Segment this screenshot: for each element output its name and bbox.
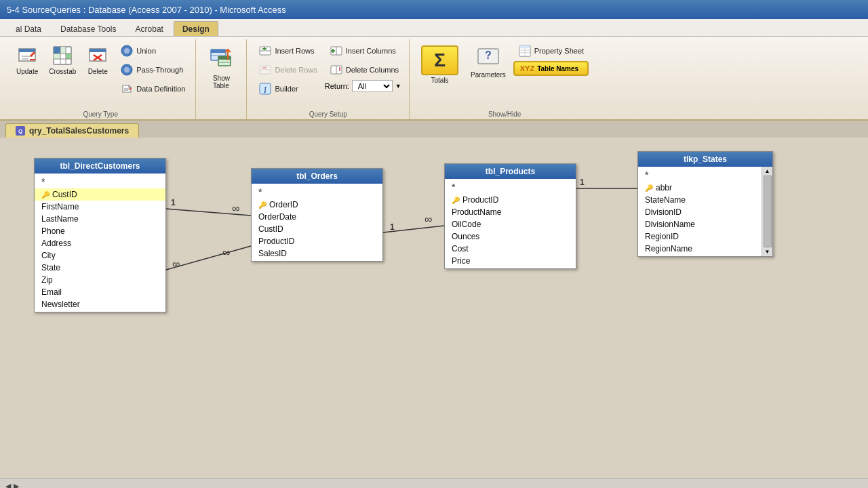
table-row[interactable]: RegionID [638,230,762,243]
return-select[interactable]: All 5 25 100 [352,80,393,92]
delete-columns-button[interactable]: Delete Columns [325,61,403,79]
passthrough-button[interactable]: Pass-Through [115,61,190,79]
svg-point-21 [124,67,130,73]
query-setup-buttons: Insert Rows Delete Rows [254,42,403,119]
pk-icon: 🔑 [258,201,267,209]
table-row[interactable]: 🔑 OrderID [252,199,382,211]
pk-icon: 🔑 [41,191,50,199]
table-row[interactable]: Email [35,286,165,298]
query-setup-right-stack: Insert Columns Delete Columns Return: [325,42,403,103]
totals-button[interactable]: Σ Totals [416,42,463,87]
insert-rows-button[interactable]: Insert Rows [254,42,321,60]
table-row[interactable]: RegionName [638,243,762,255]
parameters-icon: ? [476,45,500,70]
query-type-buttons: Update Crosstab [12,42,190,119]
update-label: Update [16,68,38,75]
datadefinition-button[interactable]: Data Definition [115,80,190,98]
table-row[interactable]: FirstName [35,201,165,213]
table-row[interactable]: * [638,168,762,182]
table-row[interactable]: DivisionName [638,218,762,230]
union-button[interactable]: Union [115,42,190,60]
property-sheet-button[interactable]: Property Sheet [513,42,589,60]
table-row[interactable]: Newsletter [35,298,165,310]
query-type-group-label: Query Type [5,110,195,118]
show-hide-group-label: Show/Hide [410,110,599,118]
ribbon: Update Crosstab [0,37,868,121]
table-row[interactable]: StateName [638,194,762,206]
builder-button[interactable]: ∫ Builder [254,80,321,98]
table-row[interactable]: State [35,262,165,274]
svg-text:∞: ∞ [172,258,180,270]
table-row[interactable]: Price [445,255,576,267]
table-row[interactable]: Phone [35,225,165,237]
svg-text:∞: ∞ [222,247,230,258]
crosstab-button[interactable]: Crosstab [45,42,80,78]
table-row[interactable]: City [35,249,165,262]
menu-tab-database-tools[interactable]: Database Tools [52,21,125,36]
table-row[interactable]: ProductID [252,235,382,247]
delete-rows-button[interactable]: Delete Rows [254,61,321,79]
svg-text:1: 1 [171,198,176,207]
table-names-label: Table Names [537,65,578,73]
insert-columns-button[interactable]: Insert Columns [325,42,403,60]
pk-icon: 🔑 [452,197,460,204]
field-name: OrderID [269,200,298,209]
datadefinition-icon [120,82,134,96]
table-row[interactable]: Ounces [445,230,576,243]
table-row[interactable]: CustID [252,223,382,235]
builder-icon: ∫ [258,82,272,96]
nav-next-icon[interactable]: ▶ [14,482,19,488]
table-scrollbar[interactable]: ▲ ▼ [762,167,772,256]
insert-columns-label: Insert Columns [346,47,396,55]
parameters-button[interactable]: ? Parameters [466,42,511,87]
svg-rect-15 [90,49,106,52]
delete-button[interactable]: Delete [83,42,113,78]
svg-text:1: 1 [580,178,585,187]
menu-tab-acrobat[interactable]: Acrobat [127,21,172,36]
nav-prev-icon[interactable]: ◀ [5,482,11,488]
delete-columns-label: Delete Columns [346,66,399,74]
table-row[interactable]: OilCode [445,218,576,230]
table-row[interactable]: * [445,180,576,194]
show-table-icon [209,45,233,73]
totals-icon: Σ [421,45,458,75]
svg-text:?: ? [485,49,492,61]
delete-rows-icon [258,63,272,77]
table-row[interactable]: 🔑 CustID [35,188,165,201]
table-row[interactable]: Zip [35,274,165,286]
return-row: Return: All 5 25 100 ▼ [325,80,403,92]
update-button[interactable]: Update [12,42,42,78]
table-row[interactable]: Cost [445,243,576,255]
table-row[interactable]: DivisionID [638,206,762,218]
query-tab-label: qry_TotalSalesCustomers [29,126,129,136]
table-states-body: * 🔑 abbr StateName DivisionID DivisionNa… [638,167,772,256]
svg-rect-25 [211,49,226,53]
query-tab[interactable]: Q qry_TotalSalesCustomers [5,123,139,138]
query-setup-left-stack: Insert Rows Delete Rows [254,42,321,108]
show-table-buttons: ShowTable [204,42,238,119]
table-row[interactable]: Address [35,237,165,249]
svg-line-56 [166,246,251,270]
datadefinition-label: Data Definition [136,85,185,93]
scroll-thumb[interactable] [764,176,772,247]
table-names-button[interactable]: XYZ Table Names [513,61,589,76]
show-table-label: ShowTable [213,75,230,89]
table-row[interactable]: 🔑 ProductID [445,194,576,206]
scroll-down-arrow[interactable]: ▼ [765,249,770,255]
insert-rows-icon [258,44,272,58]
table-row[interactable]: ProductName [445,206,576,218]
show-table-button[interactable]: ShowTable [204,42,238,93]
table-row[interactable]: LastName [35,213,165,225]
table-orders: tbl_Orders * 🔑 OrderID OrderDate CustID … [251,168,383,262]
scroll-up-arrow[interactable]: ▲ [765,168,770,174]
table-row[interactable]: SalesID [252,247,382,260]
menu-tab-design[interactable]: Design [174,21,218,36]
table-row[interactable]: * [35,175,165,188]
menu-bar: al Data Database Tools Acrobat Design [0,19,868,37]
passthrough-icon [120,63,134,77]
title-bar: 5-4 SourceQueries : Database (Access 200… [0,0,868,19]
table-row[interactable]: OrderDate [252,211,382,223]
table-row[interactable]: 🔑 abbr [638,182,762,194]
menu-tab-external-data[interactable]: al Data [7,21,50,36]
table-row[interactable]: * [252,185,382,199]
